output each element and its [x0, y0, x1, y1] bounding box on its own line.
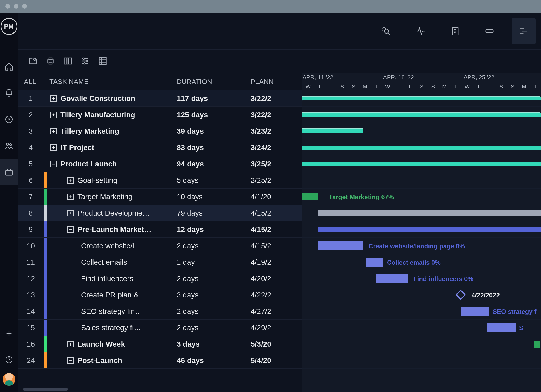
- expand-icon[interactable]: +: [50, 95, 57, 102]
- gantt-row[interactable]: Create website/landing page 0%: [302, 238, 541, 254]
- gantt-row[interactable]: 4/22/2022: [302, 287, 541, 303]
- gantt-row[interactable]: [302, 172, 541, 189]
- expand-icon[interactable]: +: [50, 112, 57, 118]
- nav-time[interactable]: [0, 106, 18, 133]
- expand-icon[interactable]: +: [67, 194, 74, 200]
- task-row[interactable]: 2+Tillery Manufacturing125 days3/22/2: [18, 107, 302, 123]
- col-header-name[interactable]: TASK NAME: [44, 78, 171, 86]
- traffic-light-close[interactable]: [5, 4, 10, 9]
- task-name-cell[interactable]: −Pre-Launch Market…: [44, 221, 171, 237]
- horizontal-scrollbar[interactable]: [23, 388, 68, 391]
- task-row[interactable]: 15Sales strategy fi…2 days4/29/2: [18, 320, 302, 336]
- gantt-bar[interactable]: [534, 341, 540, 348]
- view-list-icon[interactable]: [443, 18, 467, 44]
- task-name-cell[interactable]: +Launch Week: [44, 336, 171, 352]
- grid-icon[interactable]: [98, 56, 108, 67]
- col-header-planned[interactable]: PLANN: [245, 78, 302, 86]
- task-row[interactable]: 7+Target Marketing10 days4/1/20: [18, 189, 302, 205]
- gantt-bar[interactable]: [302, 146, 541, 150]
- gantt-row[interactable]: Find influencers 0%: [302, 270, 541, 287]
- user-avatar[interactable]: [3, 373, 15, 386]
- task-row[interactable]: 4+IT Project83 days3/24/2: [18, 139, 302, 156]
- print-icon[interactable]: [46, 56, 55, 67]
- expand-icon[interactable]: +: [67, 210, 74, 216]
- nav-help[interactable]: [0, 347, 18, 373]
- milestone-icon[interactable]: [455, 290, 466, 300]
- task-name-cell[interactable]: +Goal-setting: [44, 172, 171, 188]
- task-row[interactable]: 16+Launch Week3 days5/3/20: [18, 336, 302, 352]
- task-row[interactable]: 12Find influencers2 days4/20/2: [18, 270, 302, 287]
- nav-add[interactable]: [0, 320, 18, 347]
- view-gantt-icon[interactable]: [512, 18, 536, 44]
- gantt-bar[interactable]: [487, 323, 516, 332]
- task-row[interactable]: 5−Product Launch94 days3/25/2: [18, 156, 302, 172]
- traffic-light-max[interactable]: [22, 4, 27, 9]
- task-name-cell[interactable]: −Post-Launch: [44, 352, 171, 368]
- task-name-cell[interactable]: +IT Project: [44, 139, 171, 156]
- view-activity-icon[interactable]: [409, 18, 433, 44]
- gantt-bar[interactable]: [318, 227, 541, 232]
- columns-icon[interactable]: [63, 56, 73, 67]
- task-row[interactable]: 13Create PR plan &…3 days4/22/2: [18, 287, 302, 303]
- col-header-id[interactable]: ALL: [18, 78, 44, 86]
- gantt-row[interactable]: [302, 139, 541, 156]
- expand-icon[interactable]: +: [50, 144, 57, 151]
- traffic-light-min[interactable]: [14, 4, 18, 9]
- expand-icon[interactable]: +: [67, 341, 74, 347]
- task-name-cell[interactable]: +Tillery Manufacturing: [44, 107, 171, 123]
- gantt-row[interactable]: S: [302, 320, 541, 336]
- folder-icon[interactable]: [28, 56, 38, 67]
- task-name-cell[interactable]: Create PR plan &…: [44, 287, 171, 303]
- expand-icon[interactable]: +: [67, 177, 74, 184]
- task-row[interactable]: 6+Goal-setting5 days3/25/2: [18, 172, 302, 189]
- task-name-cell[interactable]: Collect emails: [44, 254, 171, 270]
- gantt-bar[interactable]: [302, 97, 541, 100]
- gantt-row[interactable]: [302, 123, 541, 139]
- gantt-bar[interactable]: [302, 129, 363, 133]
- collapse-icon[interactable]: −: [67, 357, 74, 364]
- task-name-cell[interactable]: +Govalle Construction: [44, 90, 171, 106]
- task-row[interactable]: 8+Product Developme…79 days4/15/2: [18, 205, 302, 221]
- gantt-row[interactable]: [302, 90, 541, 107]
- task-name-cell[interactable]: +Product Developme…: [44, 205, 171, 221]
- nav-notifications[interactable]: [0, 80, 18, 106]
- col-header-duration[interactable]: DURATION: [171, 78, 245, 86]
- gantt-row[interactable]: [302, 107, 541, 123]
- task-row[interactable]: 10Create website/l…2 days4/15/2: [18, 238, 302, 254]
- gantt-row[interactable]: [302, 205, 541, 221]
- gantt-row[interactable]: P: [302, 221, 541, 238]
- gantt-bar[interactable]: [302, 162, 541, 166]
- collapse-icon[interactable]: −: [50, 161, 57, 167]
- task-name-cell[interactable]: −Product Launch: [44, 156, 171, 172]
- gantt-row[interactable]: Collect emails 0%: [302, 254, 541, 270]
- task-name-cell[interactable]: Find influencers: [44, 270, 171, 287]
- gantt-bar[interactable]: [376, 274, 408, 283]
- task-name-cell[interactable]: +Target Marketing: [44, 189, 171, 205]
- gantt-row[interactable]: [302, 156, 541, 172]
- gantt-bar[interactable]: [302, 113, 541, 117]
- gantt-row[interactable]: [302, 352, 541, 369]
- filter-icon[interactable]: [81, 56, 90, 67]
- task-row[interactable]: 24−Post-Launch46 days5/4/20: [18, 352, 302, 369]
- gantt-bar[interactable]: [302, 193, 318, 200]
- gantt-row[interactable]: [302, 336, 541, 352]
- task-row[interactable]: 3+Tillery Marketing39 days3/23/2: [18, 123, 302, 139]
- gantt-row[interactable]: SEO strategy f: [302, 303, 541, 320]
- view-zoom-icon[interactable]: [375, 18, 398, 44]
- collapse-icon[interactable]: −: [67, 226, 74, 233]
- gantt-bar[interactable]: [366, 258, 383, 267]
- nav-home[interactable]: [0, 53, 18, 80]
- gantt-bar[interactable]: [318, 241, 363, 250]
- task-name-cell[interactable]: SEO strategy fin…: [44, 303, 171, 319]
- task-name-cell[interactable]: Sales strategy fi…: [44, 320, 171, 336]
- task-row[interactable]: 14SEO strategy fin…2 days4/27/2: [18, 303, 302, 320]
- gantt-bar[interactable]: [318, 210, 541, 216]
- task-row[interactable]: 11Collect emails1 day4/19/2: [18, 254, 302, 270]
- nav-projects[interactable]: [0, 159, 18, 185]
- task-name-cell[interactable]: Create website/l…: [44, 238, 171, 254]
- expand-icon[interactable]: +: [50, 128, 57, 134]
- task-name-cell[interactable]: +Tillery Marketing: [44, 123, 171, 139]
- gantt-bar[interactable]: [461, 307, 489, 316]
- task-row[interactable]: 9−Pre-Launch Market…12 days4/15/2: [18, 221, 302, 238]
- gantt-row[interactable]: Target Marketing 67%: [302, 189, 541, 205]
